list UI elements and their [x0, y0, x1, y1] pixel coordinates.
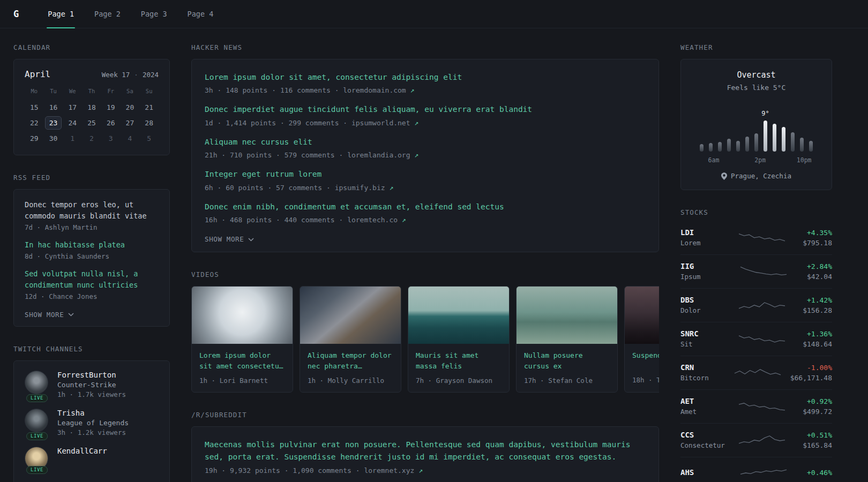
- calendar-day[interactable]: 19: [102, 101, 119, 114]
- calendar-day[interactable]: 28: [140, 116, 158, 130]
- feed-item-title[interactable]: Sed volutpat nulla nisl, a condimentum n…: [25, 268, 159, 291]
- feed-item-source-link[interactable]: loremdomain.com: [343, 86, 406, 94]
- stock-values: +2.84%$42.04: [807, 262, 832, 281]
- calendar-day[interactable]: 3: [102, 132, 119, 145]
- stock-values: +1.42%$156.28: [803, 296, 832, 314]
- stock-row[interactable]: IIGIpsum+2.84%$42.04: [680, 255, 832, 289]
- stock-row[interactable]: CCSConsectetur+0.51%$165.84: [680, 424, 832, 457]
- stock-name: Ipsum: [680, 273, 730, 281]
- video-title[interactable]: Nullam posuere cursus ex: [524, 350, 610, 372]
- feed-item-meta: 16h · 468 points · 440 comments · loremt…: [205, 216, 646, 224]
- feed-item-meta: 19h · 9,932 points · 1,090 comments · lo…: [205, 466, 646, 475]
- calendar-day[interactable]: 29: [26, 132, 43, 145]
- feed-item-meta: 6h · 60 points · 57 comments · ipsumify.…: [205, 184, 646, 192]
- stock-row[interactable]: LDILorem+4.35%$795.18: [680, 224, 832, 255]
- feed-item: Donec imperdiet augue tincidunt felis al…: [205, 103, 646, 126]
- weather-bar: [736, 141, 740, 152]
- calendar-card: April Week 17 · 2024 MoTuWeThFrSaSu 1516…: [13, 59, 170, 155]
- stock-row[interactable]: SNRCSit+1.36%$148.64: [680, 322, 832, 356]
- calendar-week-year: Week 17 · 2024: [102, 71, 159, 79]
- tab-page-1[interactable]: Page 1: [41, 0, 80, 28]
- external-link-icon: ↗: [414, 466, 423, 475]
- video-title[interactable]: Lorem ipsum dolor sit amet consectetu…: [199, 350, 285, 372]
- channel-name[interactable]: ForrestBurton: [57, 371, 126, 379]
- channel-name[interactable]: Trisha: [57, 409, 129, 417]
- feed-item-title[interactable]: Aliquam nec cursus elit: [205, 136, 646, 148]
- twitch-card: LIVEForrestBurtonCounter-Strike1h · 1.7k…: [13, 360, 170, 482]
- weather-bar-column: [773, 124, 776, 152]
- calendar-section: CALENDAR April Week 17 · 2024 MoTuWeThFr…: [13, 43, 170, 155]
- right-column: WEATHER Overcast Feels like 5°C 9° 6am 2…: [680, 43, 832, 482]
- stock-sparkline: [738, 297, 785, 313]
- calendar-day[interactable]: 22: [26, 116, 43, 130]
- dashboard: CALENDAR April Week 17 · 2024 MoTuWeThFr…: [0, 28, 868, 482]
- feed-item: Sed volutpat nulla nisl, a condimentum n…: [25, 268, 159, 300]
- feed-item-title[interactable]: Lorem ipsum dolor sit amet, consectetur …: [205, 71, 646, 83]
- feed-item-title[interactable]: In hac habitasse platea: [25, 239, 159, 251]
- video-card[interactable]: Suspendisse diam18h · Tara: [624, 286, 659, 392]
- video-thumbnail[interactable]: [517, 287, 617, 344]
- calendar-weekday-label: We: [63, 88, 82, 94]
- hackernews-show-more-button[interactable]: SHOW MORE: [205, 235, 254, 243]
- stock-symbol: AET: [680, 397, 730, 405]
- calendar-day[interactable]: 16: [45, 101, 62, 114]
- feed-item-title[interactable]: Maecenas mollis pulvinar erat non posuer…: [205, 439, 646, 463]
- weather-location: Prague, Czechia: [692, 172, 821, 180]
- feed-item-source-link[interactable]: loremnet.xyz: [364, 466, 414, 475]
- calendar-day[interactable]: 2: [83, 132, 100, 145]
- twitch-channel-row[interactable]: LIVEKendallCarr: [25, 447, 159, 470]
- feed-item-source-link[interactable]: ipsumworld.net: [351, 119, 410, 127]
- stock-row[interactable]: AETAmet+0.92%$499.72: [680, 390, 832, 424]
- feed-item-source-link[interactable]: ipsumify.biz: [335, 184, 385, 192]
- stock-row[interactable]: AHS+0.46%: [680, 457, 832, 482]
- calendar-day[interactable]: 5: [140, 132, 158, 145]
- video-card[interactable]: Aliquam tempor dolor nec pharetra…1h · M…: [300, 286, 401, 392]
- video-card[interactable]: Mauris sit amet massa felis7h · Grayson …: [408, 286, 510, 392]
- video-title[interactable]: Aliquam tempor dolor nec pharetra…: [308, 350, 393, 372]
- video-card[interactable]: Nullam posuere cursus ex17h · Stefan Col…: [516, 286, 618, 392]
- stock-row[interactable]: DBSDolor+1.42%$156.28: [680, 289, 832, 322]
- feed-item-title[interactable]: Donec enim nibh, condimentum et accumsan…: [205, 201, 646, 213]
- tab-page-2[interactable]: Page 2: [88, 0, 127, 28]
- stock-values: +1.36%$148.64: [803, 330, 832, 348]
- channel-name[interactable]: KendallCarr: [57, 447, 107, 455]
- calendar-day[interactable]: 15: [26, 101, 43, 114]
- calendar-day[interactable]: 26: [102, 116, 119, 130]
- calendar-day[interactable]: 17: [64, 101, 81, 114]
- calendar-month: April: [25, 69, 50, 79]
- feed-item-title[interactable]: Donec tempor eros leo, ut commodo mauris…: [25, 199, 159, 222]
- twitch-channel-row[interactable]: LIVETrishaLeague of Legends3h · 1.2k vie…: [25, 409, 159, 436]
- video-thumbnail[interactable]: [625, 287, 659, 344]
- calendar-day[interactable]: 27: [122, 116, 139, 130]
- rss-show-more-button[interactable]: SHOW MORE: [25, 311, 74, 319]
- calendar-day[interactable]: 30: [45, 132, 62, 145]
- weather-bar-column: [727, 139, 731, 152]
- video-card[interactable]: Lorem ipsum dolor sit amet consectetu…1h…: [191, 286, 293, 392]
- weather-bar-column: [709, 143, 713, 152]
- feed-item-title[interactable]: Integer eget rutrum lorem: [205, 168, 646, 180]
- feed-item-title[interactable]: Donec imperdiet augue tincidunt felis al…: [205, 103, 646, 115]
- calendar-day-selected[interactable]: 23: [45, 116, 62, 130]
- video-thumbnail[interactable]: [408, 287, 509, 344]
- calendar-day[interactable]: 24: [64, 116, 81, 130]
- calendar-day[interactable]: 21: [140, 101, 158, 114]
- calendar-day[interactable]: 18: [83, 101, 100, 114]
- feed-item-source-link[interactable]: loremlandia.org: [347, 151, 410, 159]
- tab-page-3[interactable]: Page 3: [134, 0, 174, 28]
- calendar-day[interactable]: 4: [122, 132, 139, 145]
- twitch-channel-row[interactable]: LIVEForrestBurtonCounter-Strike1h · 1.7k…: [25, 371, 159, 398]
- stock-row[interactable]: CRNBitcorn-1.00%$66,171.48: [680, 356, 832, 390]
- app-logo[interactable]: G: [13, 9, 19, 19]
- calendar-day[interactable]: 20: [122, 101, 139, 114]
- video-title[interactable]: Suspendisse diam: [632, 350, 659, 372]
- feed-item-source-link[interactable]: loremtech.co: [347, 216, 398, 224]
- avatar: [25, 371, 48, 394]
- calendar-day[interactable]: 1: [64, 132, 81, 145]
- tab-page-4[interactable]: Page 4: [181, 0, 220, 28]
- calendar-weekday-label: Sa: [121, 88, 140, 94]
- video-title[interactable]: Mauris sit amet massa felis: [416, 350, 502, 372]
- stock-symbol: IIG: [680, 262, 730, 270]
- video-thumbnail[interactable]: [300, 287, 401, 344]
- video-thumbnail[interactable]: [192, 287, 293, 344]
- calendar-day[interactable]: 25: [83, 116, 100, 130]
